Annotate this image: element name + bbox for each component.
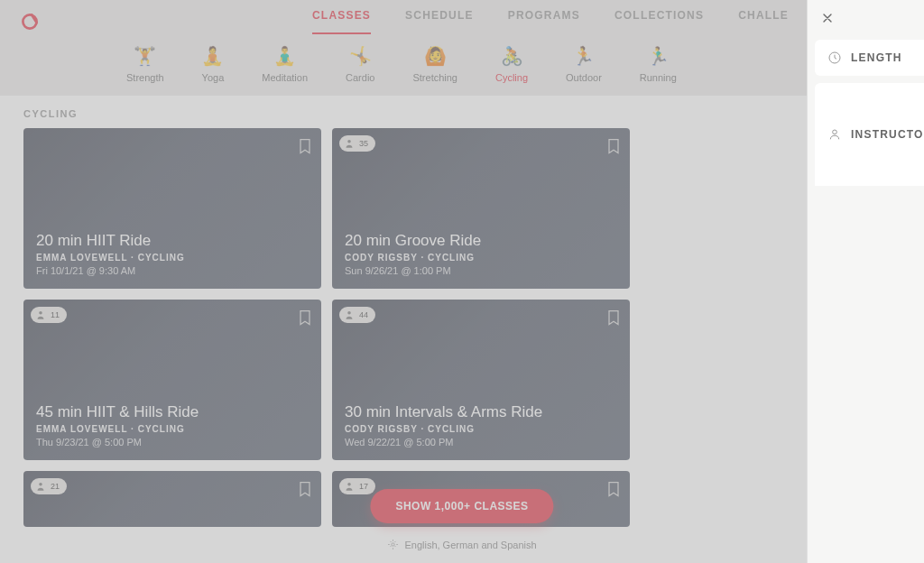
nav-programs[interactable]: PROGRAMS bbox=[508, 9, 580, 34]
class-meta: CODY RIGSBY · CYCLING bbox=[345, 424, 617, 434]
stretching-icon: 🙆 bbox=[424, 45, 446, 67]
nav-classes[interactable]: CLASSES bbox=[312, 9, 371, 34]
filter-instructor-label: INSTRUCTOR bbox=[851, 128, 924, 141]
strength-icon: 🏋 bbox=[134, 45, 156, 67]
class-card[interactable]: 21 bbox=[23, 471, 321, 527]
cycling-icon: 🚴 bbox=[501, 45, 522, 67]
bookmark-icon[interactable] bbox=[296, 307, 314, 328]
cat-cycling[interactable]: 🚴Cycling bbox=[495, 45, 528, 83]
svg-point-1 bbox=[347, 140, 351, 143]
bookmark-icon[interactable] bbox=[605, 307, 623, 328]
cat-label: Stretching bbox=[412, 72, 457, 83]
cat-outdoor[interactable]: 🏃Outdoor bbox=[566, 45, 602, 83]
attendee-badge: 35 bbox=[339, 135, 375, 152]
svg-point-0 bbox=[23, 14, 36, 28]
person-icon bbox=[34, 480, 47, 493]
class-meta: EMMA LOVEWELL · CYCLING bbox=[36, 253, 309, 263]
filter-instructor[interactable]: INSTRUCTOR Cody Rigsby+1 "chevron-up-ico… bbox=[815, 83, 924, 186]
class-time: Wed 9/22/21 @ 5:00 PM bbox=[345, 437, 617, 448]
svg-point-3 bbox=[347, 311, 351, 315]
nav-collections[interactable]: COLLECTIONS bbox=[614, 9, 704, 34]
person-icon bbox=[343, 480, 356, 493]
svg-point-7 bbox=[833, 130, 837, 134]
cat-label: Cardio bbox=[346, 72, 374, 83]
cat-yoga[interactable]: 🧘Yoga bbox=[202, 45, 225, 83]
person-icon bbox=[343, 137, 356, 150]
class-title: 20 min HIIT Ride bbox=[36, 232, 309, 250]
language-label: English, German and Spanish bbox=[404, 540, 536, 550]
bookmark-icon[interactable] bbox=[605, 135, 623, 157]
class-title: 30 min Intervals & Arms Ride bbox=[345, 403, 617, 421]
filter-length-label: LENGTH bbox=[851, 51, 902, 64]
person-icon bbox=[827, 127, 842, 142]
clock-icon bbox=[827, 51, 842, 65]
svg-point-2 bbox=[39, 311, 42, 315]
class-meta: CODY RIGSBY · CYCLING bbox=[345, 253, 617, 263]
class-time: Sun 9/26/21 @ 1:00 PM bbox=[345, 265, 617, 276]
class-title: 45 min HIIT & Hills Ride bbox=[36, 403, 309, 421]
top-nav: CLASSES SCHEDULE PROGRAMS COLLECTIONS CH… bbox=[312, 9, 789, 34]
close-icon[interactable] bbox=[820, 11, 835, 25]
class-time: Thu 9/23/21 @ 5:00 PM bbox=[36, 437, 309, 448]
running-icon: 🏃‍♂️ bbox=[647, 45, 669, 67]
svg-point-8 bbox=[392, 543, 394, 546]
gear-icon bbox=[387, 539, 399, 550]
nav-challenges[interactable]: CHALLE bbox=[738, 9, 789, 34]
person-icon bbox=[343, 309, 356, 321]
cat-cardio[interactable]: 🤸Cardio bbox=[346, 45, 374, 83]
svg-point-5 bbox=[347, 483, 351, 486]
class-time: Fri 10/1/21 @ 9:30 AM bbox=[36, 265, 309, 276]
cat-strength[interactable]: 🏋Strength bbox=[126, 45, 164, 83]
yoga-icon: 🧘 bbox=[202, 45, 224, 67]
cat-meditation[interactable]: 🧘‍♂️Meditation bbox=[262, 45, 308, 83]
meditation-icon: 🧘‍♂️ bbox=[274, 45, 296, 67]
filter-panel: Clear LENGTH INSTRUCTOR Cody Rigsby+1 "c… bbox=[807, 0, 924, 563]
nav-schedule[interactable]: SCHEDULE bbox=[405, 9, 474, 34]
class-card[interactable]: 35 20 min Groove Ride CODY RIGSBY · CYCL… bbox=[332, 128, 630, 289]
cat-label: Outdoor bbox=[566, 72, 602, 83]
svg-point-4 bbox=[39, 483, 42, 486]
bookmark-icon[interactable] bbox=[296, 478, 314, 500]
bookmark-icon[interactable] bbox=[296, 135, 314, 157]
outdoor-icon: 🏃 bbox=[573, 45, 595, 67]
attendee-badge: 44 bbox=[339, 307, 375, 323]
attendee-badge: 11 bbox=[31, 307, 67, 323]
cardio-icon: 🤸 bbox=[349, 45, 371, 67]
class-card[interactable]: 11 45 min HIIT & Hills Ride EMMA LOVEWEL… bbox=[23, 300, 321, 460]
person-icon bbox=[34, 309, 47, 321]
filter-length[interactable]: LENGTH bbox=[815, 40, 924, 76]
cat-label: Yoga bbox=[202, 72, 225, 83]
class-grid: 20 min HIIT Ride EMMA LOVEWELL · CYCLING… bbox=[23, 128, 783, 527]
bookmark-icon[interactable] bbox=[605, 478, 623, 500]
cat-label: Running bbox=[640, 72, 677, 83]
peloton-logo[interactable] bbox=[18, 10, 42, 33]
cat-label: Cycling bbox=[495, 72, 528, 83]
section-title: CYCLING bbox=[23, 108, 783, 119]
class-card[interactable]: 20 min HIIT Ride EMMA LOVEWELL · CYCLING… bbox=[23, 128, 321, 289]
cat-label: Strength bbox=[126, 72, 164, 83]
class-meta: EMMA LOVEWELL · CYCLING bbox=[36, 424, 309, 434]
class-title: 20 min Groove Ride bbox=[345, 232, 617, 250]
cat-running[interactable]: 🏃‍♂️Running bbox=[640, 45, 677, 83]
category-bar: 🏋Strength 🧘Yoga 🧘‍♂️Meditation 🤸Cardio 🙆… bbox=[18, 34, 789, 96]
class-card[interactable]: 44 30 min Intervals & Arms Ride CODY RIG… bbox=[332, 300, 630, 460]
show-classes-button[interactable]: SHOW 1,000+ CLASSES bbox=[370, 489, 553, 523]
attendee-badge: 17 bbox=[339, 478, 375, 494]
attendee-badge: 21 bbox=[31, 478, 67, 494]
language-setting[interactable]: English, German and Spanish bbox=[0, 539, 924, 550]
cat-stretching[interactable]: 🙆Stretching bbox=[412, 45, 457, 83]
cat-label: Meditation bbox=[262, 72, 308, 83]
